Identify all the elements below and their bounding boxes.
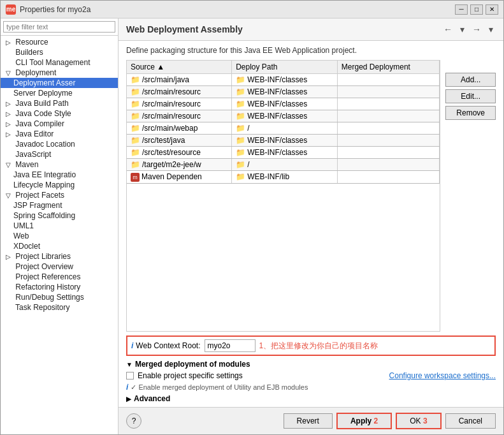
table-row[interactable]: 📁/target/m2e-jee/w 📁/ (127, 159, 440, 171)
app-icon: me (6, 4, 16, 15)
project-specific-checkbox[interactable] (126, 372, 134, 380)
sidebar-item-maven[interactable]: ▽ Maven (1, 159, 118, 170)
sidebar-item-javadoc-location[interactable]: Javadoc Location (1, 139, 118, 149)
sidebar-item-deployment[interactable]: ▽ Deployment (1, 68, 118, 78)
row-deploy: 📁WEB-INF/classes (232, 74, 338, 86)
sidebar-item-run-debug-settings[interactable]: Run/Debug Settings (1, 292, 118, 302)
table-row[interactable]: 📁/src/test/resource 📁WEB-INF/classes (127, 147, 440, 159)
row-merged (337, 74, 439, 86)
panel-toolbar: ← ▾ → ▾ (441, 24, 496, 35)
row-source: 📁/src/test/java (127, 135, 232, 147)
merged-deployment-header[interactable]: ▼ Merged deployment of modules (126, 360, 496, 369)
sidebar-item-server-deploym[interactable]: Server Deployme (1, 88, 118, 98)
sidebar-filter-area (1, 18, 118, 36)
sidebar-item-uml1[interactable]: UML1 (1, 221, 118, 231)
content-area: ▷ Resource Builders CLI Tool Management … (1, 18, 503, 434)
forward-button[interactable]: → (470, 24, 484, 35)
row-merged (337, 147, 439, 159)
action-buttons: Add... Edit... Remove (445, 60, 496, 332)
sidebar: ▷ Resource Builders CLI Tool Management … (1, 18, 119, 434)
row-source: 📁/src/main/resourc (127, 86, 232, 98)
maximize-button[interactable]: □ (470, 4, 483, 15)
main-panel: Web Deployment Assembly ← ▾ → ▾ Define p… (119, 18, 503, 434)
advanced-label: Advanced (134, 394, 170, 403)
section-collapse-icon: ▼ (126, 361, 133, 368)
row-deploy: 📁WEB-INF/classes (232, 135, 338, 147)
add-button[interactable]: Add... (445, 73, 496, 87)
back-button[interactable]: ← (441, 24, 455, 35)
table-row[interactable]: 📁/src/main/webap 📁/ (127, 122, 440, 135)
sidebar-item-deployment-asser[interactable]: Deployment Asser (1, 78, 118, 88)
merged-deployment-row: Enable project specific settings Configu… (126, 371, 496, 380)
row-merged (337, 171, 439, 184)
sidebar-item-web[interactable]: Web (1, 231, 118, 241)
sidebar-item-project-facets[interactable]: ▽ Project Facets (1, 190, 118, 200)
table-row[interactable]: 📁/src/test/java 📁WEB-INF/classes (127, 135, 440, 147)
sidebar-item-lifecycle-mapping[interactable]: Lifecycle Mapping (1, 180, 118, 190)
table-row[interactable]: 📁/src/main/resourc 📁WEB-INF/classes (127, 110, 440, 122)
menu-button[interactable]: ▾ (486, 24, 496, 35)
row-merged (337, 86, 439, 98)
sidebar-item-java-editor[interactable]: ▷ Java Editor (1, 129, 118, 139)
row-source: 📁/src/main/resourc (127, 98, 232, 110)
enable-merged-row: i ✓ Enable merged deployment of Utility … (126, 383, 496, 392)
table-row[interactable]: 📁/src/main/resourc 📁WEB-INF/classes (127, 86, 440, 98)
row-source: 📁/src/test/resource (127, 147, 232, 159)
sidebar-item-java-code-style[interactable]: ▷ Java Code Style (1, 108, 118, 119)
table-row[interactable]: 📁/src/main/resourc 📁WEB-INF/classes (127, 98, 440, 110)
sidebar-item-resource[interactable]: ▷ Resource (1, 37, 118, 47)
sidebar-item-project-references[interactable]: Project References (1, 272, 118, 282)
sidebar-item-xdoclet[interactable]: XDoclet (1, 241, 118, 251)
window-title: Properties for myo2a (20, 5, 90, 14)
col-merged-deployment: Merged Deployment (337, 61, 439, 74)
col-source: Source ▲ (127, 61, 232, 74)
cancel-button[interactable]: Cancel (445, 413, 496, 429)
row-deploy: 📁/ (232, 122, 338, 135)
merged-deployment-section: ▼ Merged deployment of modules Enable pr… (126, 360, 496, 392)
row-source: mMaven Dependen (127, 171, 232, 184)
assembly-table: Source ▲ Deploy Path Merged Deployment 📁… (127, 61, 440, 184)
close-button[interactable]: ✕ (486, 4, 498, 15)
context-root-note: 1、把这里修改为你自己的项目名称 (259, 341, 378, 351)
dropdown-button[interactable]: ▾ (457, 24, 467, 35)
table-row[interactable]: 📁/src/main/java 📁WEB-INF/classes (127, 74, 440, 86)
sidebar-item-java-ee-integ[interactable]: Java EE Integratio (1, 170, 118, 180)
minimize-button[interactable]: ─ (455, 4, 468, 15)
row-merged (337, 110, 439, 122)
context-root-row: i Web Context Root: 1、把这里修改为你自己的项目名称 (126, 335, 496, 356)
sidebar-item-project-overview[interactable]: Project Overview (1, 262, 118, 272)
remove-button[interactable]: Remove (445, 106, 496, 120)
sidebar-item-javascript[interactable]: JavaScript (1, 149, 118, 159)
table-row[interactable]: mMaven Dependen 📁WEB-INF/lib (127, 171, 440, 184)
main-window: me Properties for myo2a ─ □ ✕ ▷ Resource… (0, 0, 504, 435)
sidebar-item-jsp-fragment[interactable]: JSP Fragment (1, 200, 118, 210)
sidebar-item-spring-scaffolding[interactable]: Spring Scaffolding (1, 210, 118, 221)
row-source: 📁/src/main/webap (127, 122, 232, 135)
workspace-settings-link[interactable]: Configure workspace settings... (389, 371, 496, 380)
sidebar-item-refactoring-history[interactable]: Refactoring History (1, 282, 118, 292)
row-merged (337, 122, 439, 135)
revert-button[interactable]: Revert (284, 413, 333, 429)
help-button[interactable]: ? (126, 413, 141, 429)
sidebar-item-java-build-path[interactable]: ▷ Java Build Path (1, 98, 118, 108)
apply-button[interactable]: Apply 2 (336, 413, 392, 429)
project-specific-label: Enable project specific settings (138, 371, 243, 380)
deployment-table[interactable]: Source ▲ Deploy Path Merged Deployment 📁… (126, 60, 440, 332)
row-deploy: 📁WEB-INF/classes (232, 86, 338, 98)
row-deploy: 📁/ (232, 159, 338, 171)
sidebar-item-builders[interactable]: Builders (1, 47, 118, 57)
title-bar-left: me Properties for myo2a (6, 4, 90, 15)
sidebar-item-cli-tool[interactable]: CLI Tool Management (1, 57, 118, 68)
col-deploy-path: Deploy Path (232, 61, 338, 74)
edit-button[interactable]: Edit... (445, 89, 496, 103)
context-root-input[interactable] (205, 339, 256, 352)
sidebar-item-java-compiler[interactable]: ▷ Java Compiler (1, 119, 118, 129)
row-source: 📁/src/main/java (127, 74, 232, 86)
sidebar-item-task-repository[interactable]: Task Repository (1, 302, 118, 313)
sidebar-item-project-libraries[interactable]: ▷ Project Libraries (1, 251, 118, 262)
merged-deployment-title: Merged deployment of modules (135, 360, 250, 369)
filter-input[interactable] (3, 21, 115, 33)
row-deploy: 📁WEB-INF/classes (232, 98, 338, 110)
ok-button[interactable]: OK 3 (396, 413, 441, 429)
advanced-row[interactable]: ▶ Advanced (126, 394, 496, 403)
